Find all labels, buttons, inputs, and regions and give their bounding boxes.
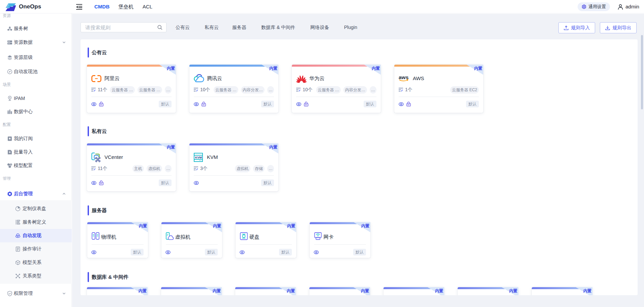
- svg-text:KVM: KVM: [195, 156, 202, 159]
- svg-text:aws: aws: [399, 74, 408, 80]
